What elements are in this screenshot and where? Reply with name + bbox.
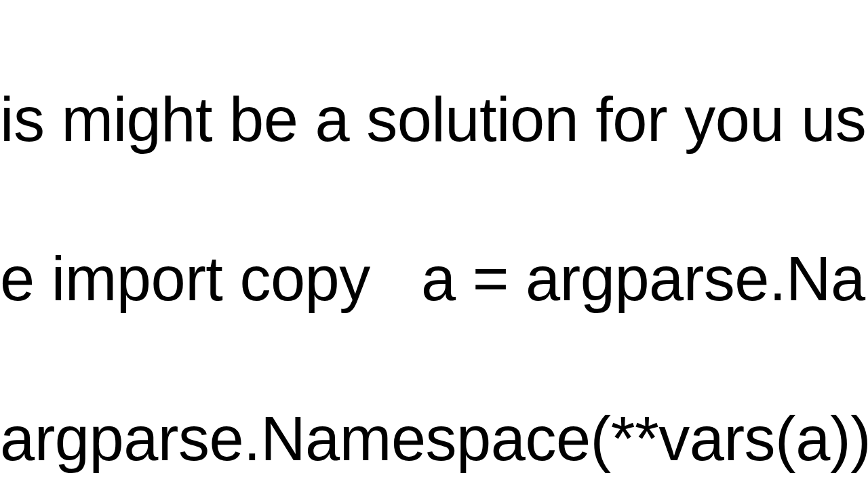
- text-line-3: argparse.Namespace(**vars(a)): [0, 399, 868, 479]
- text-line-1: is might be a solution for you usi: [0, 80, 868, 160]
- text-fragment: is might be a solution for you usi e imp…: [0, 0, 868, 488]
- text-line-2: e import copy a = argparse.Nam: [0, 239, 868, 319]
